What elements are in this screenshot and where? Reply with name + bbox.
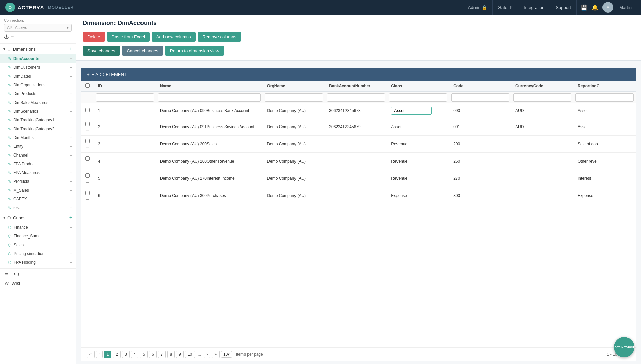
remove-columns-button[interactable]: Remove columns [198, 32, 241, 42]
avatar[interactable]: M [602, 2, 613, 13]
dimensions-item-dimsalesmeasures[interactable]: ✎ DimSalesMeasures − [0, 98, 76, 107]
dimensions-item-dimaccounts[interactable]: ✎ DimAccounts − [0, 54, 76, 63]
dimensions-item-test[interactable]: ✎ test − [0, 203, 76, 212]
filter-reporting-input[interactable] [575, 93, 634, 102]
page-4-button[interactable]: 4 [131, 351, 139, 358]
dimensions-item-dimtracking1[interactable]: ✎ DimTrackingCategory1 − [0, 116, 76, 124]
last-page-button[interactable]: » [212, 351, 220, 358]
remove-cube-icon[interactable]: − [70, 233, 72, 239]
remove-dimension-icon[interactable]: − [70, 179, 72, 184]
dimensions-item-dimdates[interactable]: ✎ DimDates − [0, 72, 76, 81]
class-edit-input[interactable] [391, 107, 432, 115]
filter-id-input[interactable] [96, 93, 154, 102]
sort-asc-icon[interactable]: ↑ [103, 84, 105, 88]
remove-dimension-icon[interactable]: − [70, 65, 72, 70]
cancel-changes-button[interactable]: Cancel changes [122, 46, 163, 56]
remove-dimension-icon[interactable]: − [70, 126, 72, 132]
per-page-select[interactable]: 10 ▾ [221, 351, 232, 358]
add-cube-button[interactable]: + [69, 215, 72, 221]
admin-link[interactable]: Admin 🔒 [463, 0, 493, 15]
horizontal-scrollbar-top[interactable] [81, 64, 636, 68]
dimensions-item-dimmonths[interactable]: ✎ DimMonths − [0, 133, 76, 142]
page-5-button[interactable]: 5 [140, 351, 148, 358]
wiki-item[interactable]: W Wiki [0, 278, 76, 288]
page-3-button[interactable]: 3 [122, 351, 130, 358]
row-checkbox[interactable] [85, 122, 90, 126]
list-icon[interactable]: ≡ [11, 34, 14, 40]
filter-name-input[interactable] [158, 93, 261, 102]
row-checkbox[interactable] [85, 191, 90, 195]
remove-cube-icon[interactable]: − [70, 251, 72, 256]
remove-cube-icon[interactable]: − [70, 225, 72, 230]
remove-dimension-icon[interactable]: − [70, 74, 72, 79]
save-changes-button[interactable]: Save changes [83, 46, 120, 56]
dimensions-item-channel[interactable]: ✎ Channel − [0, 151, 76, 160]
power-icon[interactable]: ⏻ [4, 34, 9, 40]
filter-bank-input[interactable] [327, 93, 385, 102]
filter-code-input[interactable] [451, 93, 509, 102]
dimensions-item-fpa-product[interactable]: ✎ FPA Product − [0, 160, 76, 168]
dimensions-item-products[interactable]: ✎ Products − [0, 177, 76, 186]
page-9-button[interactable]: 9 [176, 351, 184, 358]
remove-dimension-icon[interactable]: − [70, 152, 72, 158]
row-expand-icon[interactable]: ... [86, 179, 89, 183]
delete-button[interactable]: Delete [83, 32, 105, 42]
remove-dimension-icon[interactable]: − [70, 135, 72, 140]
dimensions-item-dimorganizations[interactable]: ✎ DimOrganizations − [0, 81, 76, 89]
remove-dimension-icon[interactable]: − [70, 205, 72, 211]
page-8-button[interactable]: 8 [167, 351, 175, 358]
remove-dimension-icon[interactable]: − [70, 170, 72, 175]
remove-dimension-icon[interactable]: − [70, 100, 72, 105]
remove-dimension-icon[interactable]: − [70, 82, 72, 88]
prev-page-button[interactable]: ‹ [96, 351, 103, 358]
dimensions-item-capex[interactable]: ✎ CAPEX − [0, 195, 76, 203]
remove-dimension-icon[interactable]: − [70, 117, 72, 123]
save-icon[interactable]: 💾 [581, 4, 588, 11]
return-dimension-button[interactable]: Return to dimension view [165, 46, 224, 56]
remove-cube-icon[interactable]: − [70, 260, 72, 265]
page-7-button[interactable]: 7 [158, 351, 166, 358]
support-link[interactable]: Support [550, 0, 577, 15]
cubes-item-fpa-holding[interactable]: ⬡ FPA Holding − [0, 258, 76, 267]
safeip-link[interactable]: Safe IP [493, 0, 518, 15]
cubes-item-finance[interactable]: ⬡ Finance − [0, 223, 76, 232]
cubes-item-finance-sum[interactable]: ⬡ Finance_Sum − [0, 232, 76, 241]
connection-select[interactable]: AP_Acerys ▾ [4, 24, 72, 32]
row-expand-icon[interactable]: ... [86, 197, 89, 200]
filter-currency-input[interactable] [513, 93, 571, 102]
row-expand-icon[interactable]: ... [86, 145, 89, 149]
dimensions-item-dimproducts[interactable]: ✎ DimProducts − [0, 89, 76, 98]
remove-dimension-icon[interactable]: − [70, 188, 72, 193]
next-page-button[interactable]: › [204, 351, 210, 358]
log-item[interactable]: ☰ Log [0, 269, 76, 278]
cubes-group-header[interactable]: ▾ ⬡ Cubes + [0, 212, 76, 223]
dimensions-group-header[interactable]: ▾ ⊞ Dimensions + [0, 44, 76, 54]
cell-class[interactable] [387, 103, 449, 118]
add-dimension-button[interactable]: + [69, 46, 72, 52]
remove-dimension-icon[interactable]: − [70, 56, 72, 61]
row-checkbox[interactable] [85, 139, 90, 143]
add-columns-button[interactable]: Add new columns [152, 32, 196, 42]
dimensions-item-entity[interactable]: ✎ Entity − [0, 142, 76, 151]
row-checkbox[interactable] [85, 156, 90, 161]
remove-dimension-icon[interactable]: − [70, 196, 72, 202]
cubes-item-sales[interactable]: ⬡ Sales − [0, 241, 76, 249]
first-page-button[interactable]: « [87, 351, 95, 358]
page-2-button[interactable]: 2 [113, 351, 121, 358]
row-expand-icon[interactable]: ... [86, 128, 89, 132]
remove-dimension-icon[interactable]: − [70, 91, 72, 96]
page-10-button[interactable]: 10 [185, 351, 195, 358]
page-6-button[interactable]: 6 [149, 351, 157, 358]
row-checkbox[interactable] [85, 173, 90, 178]
row-checkbox[interactable] [85, 108, 90, 112]
remove-cube-icon[interactable]: − [70, 242, 72, 248]
filter-orgname-input[interactable] [265, 93, 323, 102]
remove-dimension-icon[interactable]: − [70, 161, 72, 167]
page-1-button[interactable]: 1 [104, 351, 112, 358]
cubes-item-pricing[interactable]: ⬡ Pricing simuation − [0, 249, 76, 258]
dimensions-item-dimcustomers[interactable]: ✎ DimCustomers − [0, 63, 76, 72]
row-expand-icon[interactable]: ... [86, 162, 89, 166]
dimensions-item-fpa-measures[interactable]: ✎ FPA Measures − [0, 168, 76, 177]
dimensions-item-dimtracking2[interactable]: ✎ DimTrackingCategory2 − [0, 124, 76, 133]
add-element-bar[interactable]: + + ADD ELEMENT [81, 68, 636, 81]
